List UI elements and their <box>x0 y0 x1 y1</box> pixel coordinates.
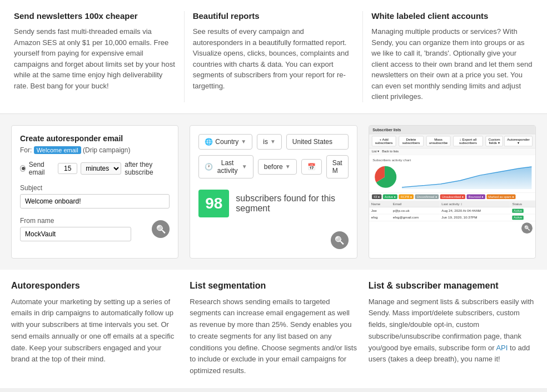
features-top-section: Send newsletters 100x cheaper Sendy send… <box>0 0 547 114</box>
add-subscribers-btn[interactable]: + Add subscribers <box>372 136 396 146</box>
globe-icon: 🌐 <box>205 138 213 146</box>
stat-unsubscribed: Unsubscribed ● <box>440 194 465 199</box>
subscriber-list-inner: Subscriber lists + Add subscribers Delet… <box>369 126 535 235</box>
sub-search-button[interactable] <box>521 222 533 234</box>
seg-before-operator-btn[interactable]: before ▼ <box>258 159 297 175</box>
seg-lastactivity-caret: ▼ <box>242 163 247 170</box>
feature-text-whitelabel: Managing multiple products or services? … <box>371 26 533 102</box>
seg-country-field-btn[interactable]: 🌐 Country ▼ <box>198 134 252 150</box>
feat-bot-text-listmgmt: Manage and segment lists & subscribers e… <box>369 296 536 366</box>
ar-radio[interactable] <box>20 165 26 172</box>
row1-name: Joe <box>369 207 391 214</box>
ar-subject-input[interactable] <box>20 194 170 209</box>
feature-text-reports: See results of every campaign and autore… <box>193 26 355 91</box>
row2-name: efxg <box>369 214 391 221</box>
row1-status-badge: Active <box>512 209 523 212</box>
col-email: Email <box>391 200 439 207</box>
seg-result-area: 98 subscribers found for this segment <box>198 184 348 223</box>
seg-is-caret: ▼ <box>270 138 276 145</box>
stat-total: 43 ● <box>372 194 381 199</box>
seg-calendar-btn[interactable]: 📅 <box>301 159 322 175</box>
ar-subject-label: Subject <box>20 184 170 192</box>
stat-spam: Marked as spam ● <box>486 194 515 199</box>
feat-bot-text-segmentation: Research shows sending emails to targete… <box>190 296 357 378</box>
seg-filters: 🌐 Country ▼ is ▼ United States � <box>190 126 356 178</box>
ar-fromname-input[interactable] <box>20 227 131 241</box>
feat-bot-title-autoresponders: Autoresponders <box>11 281 178 291</box>
seg-country-label: Country <box>215 138 238 146</box>
sub-chart-area: Subscribers activity chart <box>369 155 535 192</box>
stat-active: Active ● <box>382 194 397 199</box>
ar-for-label: For: Welcome email (Drip campaign) <box>20 146 170 154</box>
feature-title-whitelabel: White labeled client accounts <box>371 11 533 21</box>
stat-rcpb: RCPB ● <box>399 194 414 199</box>
feature-col-reports: Beautiful reports See results of every c… <box>184 11 363 102</box>
sub-chart-title: Subscribers activity chart <box>372 158 531 162</box>
seg-search-button[interactable] <box>331 231 349 249</box>
demos-section: Create autoresponder email For: Welcome … <box>0 114 547 270</box>
ar-after-label: after they subscribe <box>125 161 170 176</box>
row2-lastactivity: Jun 19, 2020, 10:37PM <box>439 214 510 221</box>
seg-filter-row-2: 🕐 Last activity ▼ before ▼ 📅 Sat M <box>198 155 348 178</box>
subscriber-table: Name Email Last activity ↕ Status Joe p@… <box>369 200 535 221</box>
ar-card-title: Create autoresponder email <box>20 134 170 143</box>
sub-table-header-row: Name Email Last activity ↕ Status <box>369 200 535 207</box>
autoresponder-demo-card: Create autoresponder email For: Welcome … <box>11 125 178 259</box>
feat-bot-title-segmentation: List segmentation <box>190 281 357 291</box>
ar-send-row: Send email minutes hours days after they… <box>20 161 170 176</box>
ar-for-text: For: <box>20 146 32 154</box>
seg-filter-row-1: 🌐 Country ▼ is ▼ United States <box>198 134 348 150</box>
seg-country-value: United States <box>286 134 349 150</box>
feature-col-whitelabel: White labeled client accounts Managing m… <box>362 11 536 102</box>
feature-text-cheap: Sendy sends fast multi-threaded emails v… <box>14 26 176 91</box>
feature-title-cheap: Send newsletters 100x cheaper <box>14 11 176 21</box>
seg-lastactivity-field-btn[interactable]: 🕐 Last activity ▼ <box>198 155 253 178</box>
row2-email: efxg@gmail.com <box>391 214 439 221</box>
autoresponder-card-content: Create autoresponder email For: Welcome … <box>12 126 178 250</box>
feat-bot-text-autoresponders: Automate your marketing by setting up a … <box>11 296 178 366</box>
stat-unconfirmed: Unconfirmed ● <box>415 194 439 199</box>
row1-status: Active <box>510 207 535 214</box>
sub-stats-row: 43 ● Active ● RCPB ● Unconfirmed ● Unsub… <box>369 192 535 200</box>
api-link[interactable]: API <box>496 344 508 352</box>
ar-send-unit-select[interactable]: minutes hours days <box>81 162 121 175</box>
feat-bot-listmgmt: List & subscriber management Manage and … <box>369 281 536 378</box>
seg-result-text: subscribers found for this segment <box>236 193 348 214</box>
seg-before-caret: ▼ <box>285 163 291 170</box>
col-status: Status <box>510 200 535 207</box>
sub-list-header: Subscriber lists <box>369 126 535 135</box>
export-all-btn[interactable]: ↓ Export all subscribers <box>453 136 483 146</box>
sub-nav-back: Back to lists <box>382 150 399 153</box>
seg-date-value: Sat M <box>326 155 349 178</box>
ar-send-label: Send email <box>29 161 55 176</box>
seg-result-footer <box>190 231 356 256</box>
row1-lastactivity: Aug 24, 2020 At 04:44AM <box>439 207 510 214</box>
col-name: Name <box>369 200 391 207</box>
seg-count-badge: 98 <box>198 190 229 217</box>
segmentation-card-content: 🌐 Country ▼ is ▼ United States � <box>190 126 356 256</box>
sub-nav-list: List ▾ <box>372 150 379 153</box>
feat-bot-autoresponders: Autoresponders Automate your marketing b… <box>11 281 178 378</box>
pie-chart <box>372 165 396 188</box>
ar-send-num-input[interactable] <box>58 163 77 174</box>
seg-is-operator-btn[interactable]: is ▼ <box>257 134 282 150</box>
features-bottom-section: Autoresponders Automate your marketing b… <box>0 270 547 389</box>
ar-badge: Welcome email <box>34 146 81 154</box>
seg-is-label: is <box>263 138 268 146</box>
custom-fields-btn[interactable]: Custom fields ▾ <box>485 136 503 146</box>
sub-nav-row: List ▾ Back to lists <box>369 148 535 155</box>
stat-bounced: Bounced ● <box>466 194 485 199</box>
feat-bot-segmentation: List segmentation Research shows sending… <box>190 281 357 378</box>
feature-col-cheap: Send newsletters 100x cheaper Sendy send… <box>11 11 184 102</box>
sub-toolbar: + Add subscribers Delete subscribers Mas… <box>369 134 535 148</box>
ar-fromname-label: From name <box>20 217 131 225</box>
mass-unsubscribe-btn[interactable]: Mass unsubscribe <box>426 136 450 146</box>
clock-icon: 🕐 <box>205 163 213 171</box>
ar-search-button[interactable] <box>152 220 170 238</box>
row1-email: p@p.co.uk <box>391 207 439 214</box>
subscriber-list-demo-card: Subscriber lists + Add subscribers Delet… <box>369 125 536 259</box>
table-row: Joe p@p.co.uk Aug 24, 2020 At 04:44AM Ac… <box>369 207 535 214</box>
delete-subscribers-btn[interactable]: Delete subscribers <box>399 136 424 146</box>
autoresponder-btn[interactable]: Autoresponder ▾ <box>504 136 533 146</box>
ar-campaign-type: (Drip campaign) <box>83 146 130 154</box>
